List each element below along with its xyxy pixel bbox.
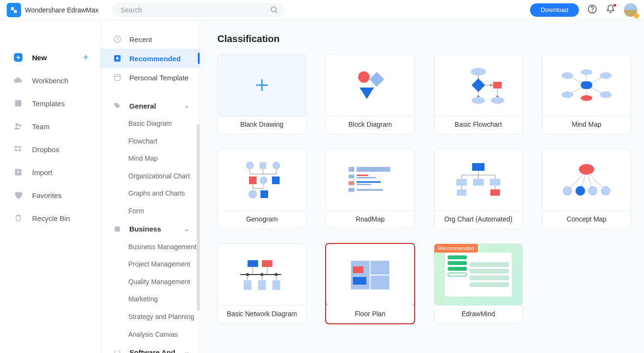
cat-sub-item[interactable]: Organizational Chart xyxy=(101,167,200,185)
cat-header-business[interactable]: Business ⌄ xyxy=(101,220,200,238)
cat-header-label: Business xyxy=(129,225,161,233)
scrollbar[interactable] xyxy=(197,124,200,311)
sidebar-item-recycle[interactable]: Recycle Bin xyxy=(0,207,100,230)
heart-icon xyxy=(12,189,24,201)
plus-icon xyxy=(253,77,271,94)
notification-icon[interactable] xyxy=(606,4,615,16)
chevron-down-icon: ⌄ xyxy=(184,349,189,353)
left-sidebar: + New + Workbench Templates Team Dropbox… xyxy=(0,20,101,353)
svg-rect-106 xyxy=(353,277,366,285)
cat-label: Recommended xyxy=(129,55,181,63)
trash-icon xyxy=(12,212,24,224)
card-basic-network[interactable]: Basic Network Diagram xyxy=(217,243,306,324)
svg-rect-74 xyxy=(456,179,467,186)
svg-rect-75 xyxy=(473,179,484,186)
svg-rect-23 xyxy=(493,82,502,88)
svg-rect-103 xyxy=(272,280,280,290)
svg-rect-101 xyxy=(244,280,251,290)
code-icon xyxy=(112,347,123,353)
sidebar-item-team[interactable]: Team xyxy=(0,115,100,138)
download-button[interactable]: Download xyxy=(530,3,579,17)
card-thumb xyxy=(434,54,523,116)
cat-sub-item[interactable]: Strategy and Planning xyxy=(101,308,200,326)
sidebar-item-import[interactable]: Import xyxy=(0,161,100,184)
cat-header-label: General xyxy=(129,102,156,110)
help-icon[interactable] xyxy=(588,4,597,16)
svg-marker-17 xyxy=(360,88,374,99)
svg-rect-50 xyxy=(249,176,257,184)
cat-item-personal[interactable]: Personal Template xyxy=(101,68,200,87)
svg-marker-22 xyxy=(490,84,493,87)
svg-rect-58 xyxy=(349,167,354,172)
cat-item-recommended[interactable]: Recommended xyxy=(101,49,200,68)
svg-point-28 xyxy=(472,97,485,104)
card-org-chart[interactable]: Org Chart (Automated) xyxy=(434,149,523,229)
card-thumb xyxy=(326,149,415,211)
star-icon xyxy=(112,53,123,64)
svg-rect-44 xyxy=(260,162,266,169)
sidebar-label: Import xyxy=(32,168,53,176)
cat-sub-item[interactable]: Form xyxy=(101,202,200,220)
card-blank-drawing[interactable]: Blank Drawing xyxy=(217,54,306,134)
svg-point-89 xyxy=(601,186,610,196)
card-thumb xyxy=(217,149,306,211)
card-label: Genogram xyxy=(217,210,306,229)
card-basic-flowchart[interactable]: Basic Flowchart xyxy=(434,54,523,134)
svg-point-43 xyxy=(246,162,254,169)
svg-point-85 xyxy=(579,164,594,175)
svg-rect-68 xyxy=(472,163,485,171)
svg-rect-63 xyxy=(349,181,354,185)
svg-rect-52 xyxy=(272,176,280,184)
svg-rect-105 xyxy=(353,266,363,273)
sidebar-label: Workbench xyxy=(32,77,68,85)
cat-sub-item[interactable]: Project Management xyxy=(101,255,200,273)
cat-header-general[interactable]: General ⌄ xyxy=(101,97,200,115)
search-input[interactable] xyxy=(112,3,284,17)
svg-point-15 xyxy=(358,71,370,83)
sidebar-item-templates[interactable]: Templates xyxy=(0,92,100,115)
sidebar-item-dropbox[interactable]: Dropbox xyxy=(0,138,100,161)
card-label: Blank Drawing xyxy=(217,116,306,134)
svg-rect-36 xyxy=(581,81,592,89)
dropbox-icon xyxy=(12,143,24,155)
card-floor-plan[interactable]: Floor Plan xyxy=(326,243,415,324)
sidebar-label: Dropbox xyxy=(32,145,59,154)
avatar[interactable] xyxy=(624,3,637,17)
svg-point-0 xyxy=(271,7,276,12)
cat-header-software[interactable]: Software And... ⌄ xyxy=(101,343,200,353)
card-genogram[interactable]: Genogram xyxy=(217,149,306,229)
svg-rect-16 xyxy=(369,72,384,87)
card-thumb xyxy=(542,149,631,211)
import-icon xyxy=(12,166,24,178)
cat-sub-item[interactable]: Business Management xyxy=(101,238,200,256)
sidebar-item-workbench[interactable]: Workbench xyxy=(0,69,100,92)
card-mind-map[interactable]: Mind Map xyxy=(542,54,631,134)
card-edrawmind[interactable]: Recommended xyxy=(434,243,523,324)
search-icon[interactable] xyxy=(270,6,279,16)
svg-rect-59 xyxy=(357,167,390,172)
plus-icon[interactable]: + xyxy=(83,52,89,63)
cat-sub-item[interactable]: Flowchart xyxy=(101,132,200,150)
svg-point-3 xyxy=(592,11,593,11)
card-block-diagram[interactable]: Block Diagram xyxy=(326,54,415,134)
sidebar-label: New xyxy=(32,54,47,62)
svg-rect-79 xyxy=(457,189,466,196)
cat-sub-item[interactable]: Quality Management xyxy=(101,273,200,291)
sidebar-label: Templates xyxy=(32,99,65,108)
svg-rect-64 xyxy=(357,181,381,183)
cat-sub-item[interactable]: Analysis Canvas xyxy=(101,326,200,343)
svg-rect-20 xyxy=(472,78,485,92)
card-concept-map[interactable]: Concept Map xyxy=(542,149,631,229)
notification-dot xyxy=(613,4,616,7)
sidebar-item-favorites[interactable]: Favorites xyxy=(0,184,100,207)
sidebar-label: Favorites xyxy=(32,191,62,199)
cat-sub-item[interactable]: Basic Diagram xyxy=(101,115,200,132)
card-roadmap[interactable]: RoadMap xyxy=(326,149,415,229)
cat-item-recent[interactable]: Recent xyxy=(101,30,200,49)
card-thumb xyxy=(217,243,306,306)
category-sidebar: Recent Recommended Personal Template Gen… xyxy=(101,20,200,353)
cat-sub-item[interactable]: Marketing xyxy=(101,290,200,308)
sidebar-item-new[interactable]: + New + xyxy=(0,46,100,69)
cat-sub-item[interactable]: Mind Map xyxy=(101,150,200,167)
cat-sub-item[interactable]: Graphs and Charts xyxy=(101,185,200,202)
